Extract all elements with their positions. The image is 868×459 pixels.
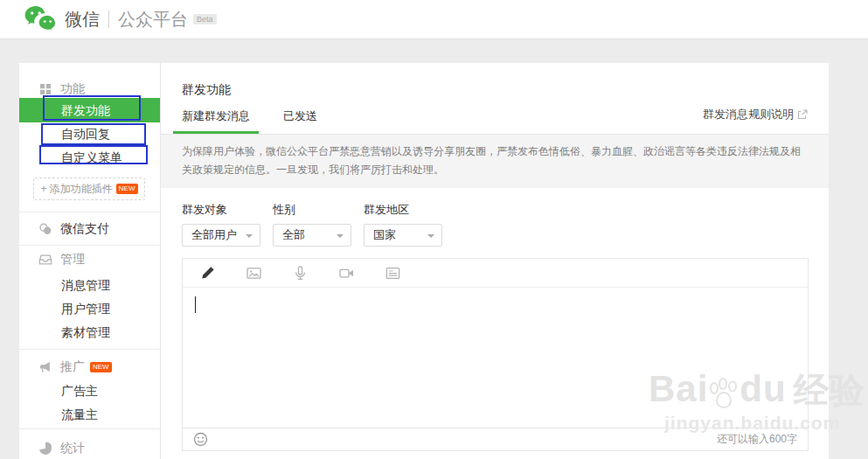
wechat-pay-label: 微信支付 (60, 221, 109, 237)
sidebar-item-auto-reply[interactable]: 自动回复 (19, 122, 160, 146)
char-counter: 还可以输入600字 (717, 432, 797, 447)
tab-bar: 新建群发消息 已发送 群发消息规则说明 (161, 108, 829, 135)
grid-icon (38, 82, 52, 96)
message-editor: 还可以输入600字 (182, 258, 809, 451)
sidebar-section-stats: 统计 (19, 440, 160, 457)
tab-new-mass-message[interactable]: 新建群发消息 (173, 108, 259, 134)
sidebar-item-custom-menu[interactable]: 自定义菜单 (19, 146, 160, 170)
chevron-down-icon (246, 234, 253, 238)
sidebar-item-traffic-owner[interactable]: 流量主 (19, 403, 160, 427)
text-cursor (195, 296, 196, 313)
sidebar-item-user-manage[interactable]: 用户管理 (19, 297, 160, 321)
new-badge: NEW (90, 362, 112, 372)
sidebar-section-manage: 管理 (19, 251, 160, 268)
sidebar-item-advertiser[interactable]: 广告主 (19, 379, 160, 403)
target-select-value: 全部用户 (191, 228, 237, 241)
sidebar-item-message-manage[interactable]: 消息管理 (19, 274, 160, 297)
sidebar-item-wechat-pay[interactable]: 微信支付 (19, 212, 160, 245)
sidebar-divider (19, 349, 160, 350)
region-select-value: 国家 (373, 228, 396, 241)
rules-link-label: 群发消息规则说明 (703, 107, 794, 122)
inbox-icon (38, 253, 52, 267)
gender-select-value: 全部 (282, 228, 305, 241)
mass-message-rules-link[interactable]: 群发消息规则说明 (703, 107, 808, 122)
wechat-mp-platform-screen: 微信 公众平台 Beta 服务号 未认证 退出 功能 群发功能 自动回复 (0, 0, 868, 459)
sidebar-item-material-manage[interactable]: 素材管理 (19, 321, 160, 344)
chevron-down-icon (337, 234, 344, 238)
sidebar-section-label: 管理 (60, 252, 85, 268)
image-icon[interactable] (247, 266, 261, 281)
brand-wechat-label: 微信 (65, 8, 100, 31)
target-label: 群发对象 (182, 202, 260, 218)
sidebar-divider (19, 428, 160, 429)
editor-text-area[interactable] (183, 288, 808, 428)
emoji-icon[interactable] (193, 432, 208, 447)
sidebar-divider (19, 245, 160, 246)
region-select[interactable]: 国家 (364, 224, 442, 247)
video-camera-icon[interactable] (339, 266, 354, 281)
megaphone-icon (38, 360, 52, 374)
text-pencil-icon[interactable] (200, 266, 215, 281)
gender-label: 性别 (273, 202, 351, 218)
tab-sent[interactable]: 已发送 (274, 108, 326, 134)
external-link-icon (797, 109, 808, 120)
editor-toolbar (183, 259, 808, 288)
gender-select[interactable]: 全部 (273, 224, 351, 247)
sidebar-section-label: 推广 (60, 359, 85, 375)
region-label: 群发地区 (364, 202, 442, 218)
content-policy-notice: 为保障用户体验，微信公众平台严禁恶意营销以及诱导分享朋友圈，严禁发布色情低俗、暴… (161, 135, 829, 188)
new-badge: NEW (116, 184, 138, 194)
add-plugin-label: + 添加功能插件 (40, 182, 112, 197)
target-select[interactable]: 全部用户 (182, 224, 260, 247)
beta-badge: Beta (193, 14, 217, 24)
mass-send-form: 群发对象 全部用户 性别 全部 群发地区 国家 (182, 202, 808, 247)
microphone-icon[interactable] (293, 266, 308, 281)
sidebar-section-promotion: 推广 NEW (19, 358, 160, 376)
brand-platform-label: 公众平台 (118, 8, 188, 31)
page-title: 群发功能 (182, 82, 808, 98)
wechat-logo-icon (24, 5, 58, 33)
coins-icon (38, 222, 52, 236)
brand-divider (108, 10, 109, 28)
pie-chart-icon (38, 442, 52, 456)
chevron-down-icon (427, 234, 434, 238)
sidebar-section-label: 功能 (60, 81, 85, 97)
add-plugin-button[interactable]: + 添加功能插件 NEW (33, 177, 145, 200)
main-panel: 群发功能 新建群发消息 已发送 群发消息规则说明 为保障用户体验，微信公众平台严… (160, 63, 829, 459)
sidebar-section-functions: 功能 (19, 80, 160, 98)
sidebar-item-mass-send[interactable]: 群发功能 (19, 98, 160, 122)
editor-footer: 还可以输入600字 (183, 428, 808, 450)
brand: 微信 公众平台 Beta (24, 5, 217, 33)
top-header: 微信 公众平台 Beta 服务号 未认证 退出 (0, 0, 868, 39)
sidebar-section-label: 统计 (60, 441, 85, 456)
sidebar: 功能 群发功能 自动回复 自定义菜单 + 添加功能插件 NEW 微信支付 管理 … (19, 63, 160, 459)
rich-media-card-icon[interactable] (385, 266, 400, 281)
